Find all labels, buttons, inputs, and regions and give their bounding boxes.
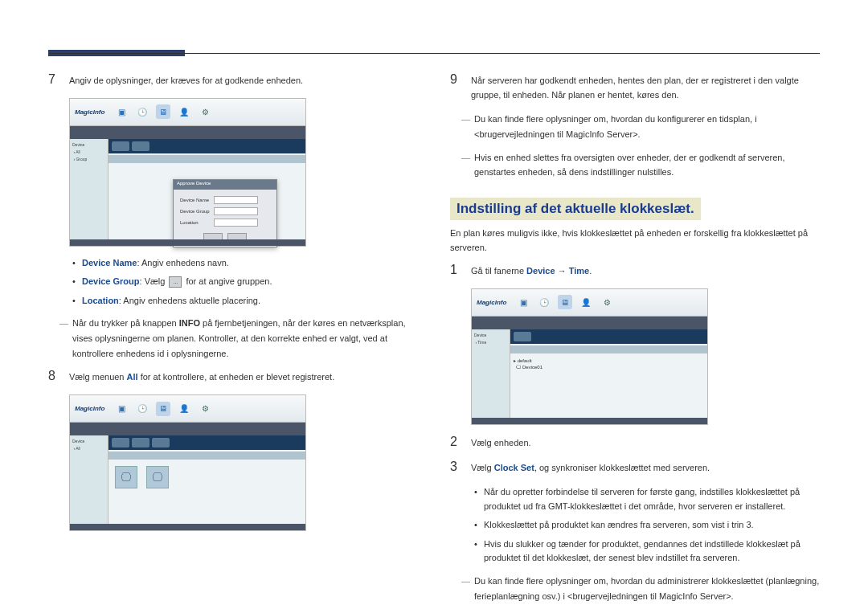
screenshot-device-list: MagicInfo ▣ 🕒 🖥 👤 ⚙ Device › All: [69, 394, 306, 531]
step-number: 1: [450, 263, 461, 279]
nav-icons: ▣ 🕒 🖥 👤 ⚙: [114, 104, 212, 119]
step-text: Gå til fanerne Device → Time.: [471, 263, 820, 279]
status-bar: [472, 418, 707, 424]
nav-icons: ▣ 🕒 🖥 👤 ⚙: [114, 402, 212, 416]
step-number: 3: [450, 460, 461, 476]
setting-icon: ⚙: [198, 104, 212, 119]
toolbar: [108, 435, 305, 450]
step-8: 8 Vælg menuen All for at kontrollere, at…: [48, 369, 418, 385]
app-logo: MagicInfo: [75, 405, 104, 412]
toolbar-btn: [112, 438, 129, 447]
device-icon: 🖥: [558, 295, 572, 309]
column-header: [108, 452, 305, 460]
step-7: 7 Angiv de oplysninger, der kræves for a…: [48, 72, 418, 88]
note-schedule-info: Du kan finde flere oplysninger om, hvord…: [450, 112, 820, 141]
clock-notes: Når du opretter forbindelse til serveren…: [450, 485, 820, 566]
step-number: 8: [48, 369, 59, 385]
status-bar: [70, 524, 305, 530]
step-3: 3 Vælg Clock Set, og synkroniser klokkes…: [450, 460, 820, 476]
bullet: Hvis du slukker og tænder for produktet,…: [474, 537, 820, 566]
main-panel: 🖵 🖵: [108, 435, 305, 524]
content-icon: ▣: [516, 295, 530, 309]
step-text: Vælg menuen All for at kontrollere, at e…: [69, 369, 418, 385]
device-group-input: [214, 207, 258, 215]
note-info-button: Når du trykker på knappen INFO på fjernb…: [48, 316, 418, 361]
field-descriptions: Device Name: Angiv enhedens navn. Device…: [48, 256, 418, 309]
column-header: [108, 155, 305, 163]
toolbar: [108, 139, 305, 153]
toolbar-btn: [132, 438, 149, 447]
location-input: [214, 219, 258, 227]
content-icon: ▣: [114, 402, 129, 416]
step-number: 2: [450, 435, 461, 451]
step-text: Vælg Clock Set, og synkroniser klokkeslæ…: [471, 460, 820, 476]
toolbar: [510, 329, 707, 344]
nav-icons: ▣ 🕒 🖥 👤 ⚙: [516, 295, 614, 309]
step-number: 9: [450, 72, 461, 102]
field-label: Device Name: [180, 198, 214, 202]
app-logo: MagicInfo: [477, 299, 506, 306]
schedule-icon: 🕒: [537, 295, 551, 309]
bullet: Når du opretter forbindelse til serveren…: [474, 485, 820, 513]
toolbar-btn: [152, 438, 170, 447]
sidebar-tree: Device › All › Group: [70, 139, 108, 239]
bullet-device-group: Device Group: Vælg ... for at angive gru…: [72, 275, 418, 289]
section-heading-time: Indstilling af det aktuelle klokkeslæt.: [450, 198, 701, 220]
note-time-management: Du kan finde flere oplysninger om, hvord…: [450, 574, 820, 603]
setting-icon: ⚙: [600, 295, 614, 309]
device-name-input: [214, 196, 258, 204]
main-panel: ▸ default 🖵 Device01: [510, 329, 707, 418]
screenshot-device-time: MagicInfo ▣ 🕒 🖥 👤 ⚙ Device › Time: [471, 288, 708, 425]
status-bar: [70, 239, 305, 246]
dialog-title: Approve Device: [174, 180, 276, 190]
sub-nav: [70, 126, 305, 139]
sub-nav: [70, 423, 305, 435]
bullet-location: Location: Angiv enhedens aktuelle placer…: [72, 294, 418, 309]
device-thumb: 🖵: [115, 466, 137, 488]
main-panel: Approve Device Device Name Device Group …: [108, 139, 305, 239]
step-number: 7: [48, 72, 59, 88]
column-header: [510, 345, 707, 353]
bullet: Klokkeslættet på produktet kan ændres fr…: [474, 518, 820, 533]
sidebar-tree: Device › Time: [472, 329, 510, 418]
step-9: 9 Når serveren har godkendt enheden, hen…: [450, 72, 820, 102]
note-device-delete: Hvis en enhed slettes fra oversigten ove…: [450, 150, 820, 180]
step-text: Vælg enheden.: [471, 435, 820, 451]
step-text: Angiv de oplysninger, der kræves for at …: [69, 72, 418, 88]
app-header: MagicInfo ▣ 🕒 🖥 👤 ⚙: [472, 289, 707, 317]
toolbar-btn: [132, 141, 149, 151]
device-thumb: 🖵: [146, 466, 169, 488]
setting-icon: ⚙: [198, 402, 212, 416]
user-icon: 👤: [579, 295, 593, 309]
content-icon: ▣: [114, 104, 129, 119]
device-icon: 🖥: [156, 402, 170, 416]
device-icon: 🖥: [156, 104, 170, 119]
user-icon: 👤: [177, 402, 191, 416]
app-logo: MagicInfo: [75, 108, 104, 116]
user-icon: 👤: [177, 104, 191, 119]
sub-nav: [472, 317, 707, 329]
device-tree: ▸ default 🖵 Device01: [510, 353, 707, 374]
right-column: 9 Når serveren har godkendt enheden, hen…: [450, 72, 820, 611]
app-header: MagicInfo ▣ 🕒 🖥 👤 ⚙: [70, 99, 305, 126]
sidebar-tree: Device › All: [70, 435, 108, 524]
schedule-icon: 🕒: [135, 104, 149, 119]
step-text: Når serveren har godkendt enheden, hente…: [471, 72, 820, 102]
device-grid: 🖵 🖵: [108, 460, 305, 495]
bullet-device-name: Device Name: Angiv enhedens navn.: [72, 256, 418, 271]
field-label: Location: [180, 220, 214, 225]
field-label: Device Group: [180, 209, 214, 214]
step-2: 2 Vælg enheden.: [450, 435, 820, 451]
schedule-icon: 🕒: [135, 402, 149, 416]
toolbar-btn: [514, 332, 531, 341]
left-column: 7 Angiv de oplysninger, der kræves for a…: [48, 72, 418, 611]
app-header: MagicInfo ▣ 🕒 🖥 👤 ⚙: [70, 395, 305, 423]
screenshot-approve-device: MagicInfo ▣ 🕒 🖥 👤 ⚙ Device › All › Group: [69, 98, 306, 247]
approve-dialog: Approve Device Device Name Device Group …: [173, 179, 277, 247]
selected-device: 🖵 Device01: [516, 365, 542, 370]
step-1: 1 Gå til fanerne Device → Time.: [450, 263, 820, 279]
section-intro: En plan køres muligvis ikke, hvis klokke…: [450, 227, 820, 255]
header-rule: [48, 53, 820, 54]
group-browse-icon: ...: [169, 276, 182, 288]
toolbar-btn: [112, 141, 129, 151]
